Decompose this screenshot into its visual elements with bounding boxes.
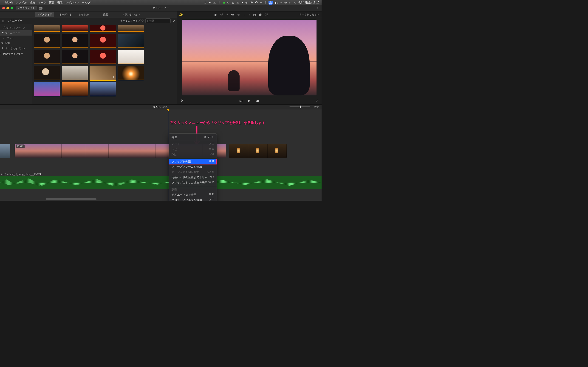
clip-thumb[interactable] [34,82,60,96]
eq-icon[interactable]: ⫯ [249,13,250,17]
glasses-icon[interactable]: 👓︎ [250,1,253,4]
clip-thumb[interactable] [34,34,60,48]
ctx-speed-editor[interactable]: 速度エディタを表示⌘ R [169,192,216,198]
paperplane-icon[interactable]: ➤ [208,1,211,4]
info-icon[interactable]: ⓘ [265,13,268,17]
download-icon[interactable]: ⤓ [204,1,206,4]
add-icon[interactable]: ＋ [112,75,115,79]
color-balance-icon[interactable]: ◐ [214,13,217,17]
ctx-split-clip[interactable]: クリップを分割⌘ B [169,159,216,164]
menu-file[interactable]: ファイル [16,1,27,5]
headset-icon[interactable]: 🎧︎ [255,1,258,4]
record-icon[interactable]: ⊙ [245,1,248,4]
reset-all-button[interactable]: すべてをリセット [299,13,319,16]
crop-icon[interactable]: ⌗ [226,13,228,17]
clip-thumb[interactable] [62,50,88,64]
timeline[interactable]: 右クリックメニューから「クリップを分割」を選択します 16.7秒 2.3分 – … [0,109,321,201]
next-button[interactable]: ⏭ [256,99,259,103]
menubar-date[interactable]: 6月4日(金) 13:16 [298,1,319,5]
minimize-button[interactable] [6,7,9,9]
control-center-icon[interactable]: ⌥ [293,1,296,4]
search-input[interactable]: ⌕ 検索 [145,18,171,23]
menu-modify[interactable]: 変更 [49,1,54,5]
library-icon[interactable]: ▥♪ [39,6,43,10]
clip-thumb[interactable] [62,66,88,80]
layout-icon[interactable]: ▥ [2,19,4,23]
ime-icon[interactable]: あ [268,1,273,5]
clip-thumb[interactable] [62,82,88,96]
clip-thumb[interactable] [90,34,116,48]
prev-button[interactable]: ⏮ [239,99,243,103]
sidebar-item-all-events[interactable]: ★すべてのイベント [0,46,32,51]
menu-help[interactable]: ヘルプ [82,1,90,5]
wifi-icon[interactable]: ⌔ [280,1,282,4]
ctx-trim-to-playhead[interactable]: 再生ヘッドの位置までトリム⌥ / [169,175,216,180]
clip-thumb[interactable] [62,34,88,48]
clip-thumb[interactable] [118,25,144,32]
tab-titles[interactable]: タイトル [77,12,90,17]
viewer[interactable] [177,18,321,97]
magic-wand-icon[interactable]: ✨ [179,13,183,17]
play-button[interactable]: ▶ [248,99,251,103]
zoom-button[interactable] [10,7,13,9]
sidebar-item-photos[interactable]: ✿写真 [0,41,32,46]
volume-icon[interactable]: 🔊︎ [237,13,241,17]
clip-thumb[interactable] [34,25,60,32]
search-icon[interactable]: ⌕ [289,1,291,4]
app-name[interactable]: iMovie [5,1,13,4]
clip-filter-dropdown[interactable]: すべてのクリップ ◇ [120,19,144,23]
hat-icon[interactable]: ● [242,1,243,4]
timeline-clip[interactable] [229,144,287,158]
menu-edit[interactable]: 編集 [30,1,35,5]
color-correction-icon[interactable]: 🎨︎ [220,13,223,17]
clip-thumb[interactable] [34,66,60,80]
audio-track[interactable]: 2.3分 – tired_of_being_alone_-_10-1248 [0,176,321,189]
timeline-settings-button[interactable]: 設定 [314,105,319,109]
ctx-cross-dissolve[interactable]: クロスディゾルブを追加⌘ T [169,198,216,201]
tab-background[interactable]: 背景 [101,12,110,17]
clip-thumb[interactable] [118,50,144,64]
clip-thumb[interactable] [90,50,116,64]
dropbox-icon[interactable]: ⧉ [227,1,229,4]
gear-icon[interactable]: ⚙ [173,19,175,23]
key-icon[interactable]: ✧ [260,1,262,4]
ctx-show-trim-editor[interactable]: クリップのトリム編集を表示^⌘ R [169,180,216,185]
sync-icon[interactable]: ⇅ [218,1,221,4]
back-to-projects-button[interactable]: ‹ プロジェクト [16,6,37,10]
zoom-slider[interactable] [289,106,310,107]
clip-thumb-selected[interactable]: ＋ [90,66,116,80]
clip-thumb[interactable] [118,66,144,80]
ctx-play[interactable]: 再生スペース [169,135,216,140]
battery-icon[interactable]: ▮▯ [275,1,278,4]
stabilize-icon[interactable]: 📹︎ [231,13,234,17]
ctx-freeze-frame[interactable]: フリーズフレームを追加 [169,164,216,169]
tab-audio[interactable]: オーディオ [57,12,73,17]
bluetooth-icon[interactable]: ᛒ [265,1,266,4]
sidebar-item-imovie-library[interactable]: ›iMovieライブラリ [0,51,32,56]
noise-icon[interactable]: ≡ [243,13,245,17]
share-icon[interactable]: ⇪ [317,7,319,10]
menu-mark[interactable]: マーク [38,1,46,5]
clock-icon[interactable]: ◷ [284,1,287,4]
cloud-icon[interactable]: ☁︎ [213,1,216,4]
status-icon[interactable]: ◉ [223,1,225,4]
close-button[interactable] [2,7,5,9]
app-icon[interactable]: ◎ [232,1,234,4]
sidebar-item-mymovie[interactable]: 🎬︎マイムービー [0,30,32,35]
tab-transitions[interactable]: トランジション [120,12,142,17]
filter-icon[interactable]: ⬢ [259,13,262,17]
speed-icon[interactable]: ◔ [253,13,256,17]
import-icon[interactable]: ↓ [45,6,47,10]
fullscreen-icon[interactable]: ⤢ [315,99,318,103]
menu-view[interactable]: 表示 [57,1,63,5]
timeline-scrollbar[interactable] [0,198,321,200]
tab-mymedia[interactable]: マイメディア [35,12,54,17]
clip-thumb[interactable] [90,25,116,32]
clip-thumb[interactable] [118,34,144,48]
microphone-icon[interactable]: 🎙︎ [180,99,183,103]
clip-thumb[interactable] [34,50,60,64]
timeline-clip[interactable] [0,144,10,158]
clip-thumb[interactable] [90,82,116,96]
clip-thumb[interactable] [62,25,88,32]
cloud2-icon[interactable]: ☁ [236,1,239,4]
